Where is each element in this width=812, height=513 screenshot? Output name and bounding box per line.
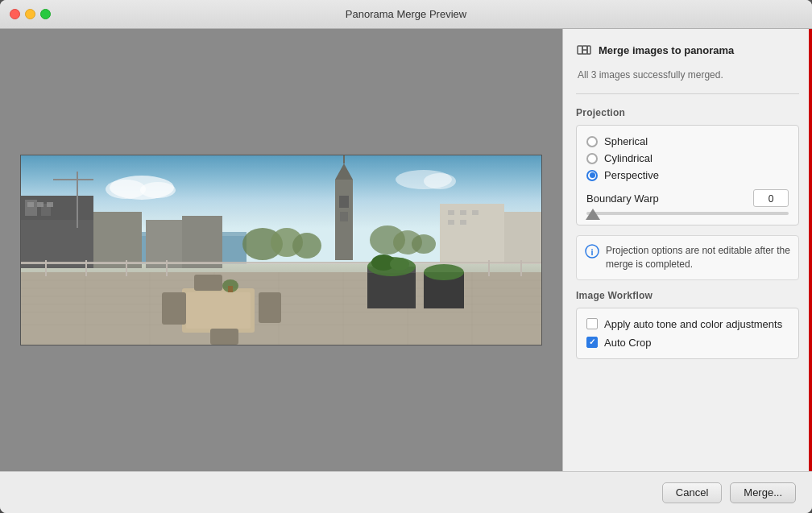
cancel-button[interactable]: Cancel xyxy=(662,482,722,503)
radio-perspective[interactable]: Perspective xyxy=(586,169,789,181)
workflow-label: Image Workflow xyxy=(576,290,799,301)
divider-1 xyxy=(576,93,799,94)
svg-point-64 xyxy=(424,264,464,280)
svg-rect-51 xyxy=(186,292,251,329)
slider-thumb xyxy=(586,209,600,220)
auto-tone-checkbox[interactable] xyxy=(586,318,598,329)
radio-perspective-label: Perspective xyxy=(604,169,659,181)
svg-rect-32 xyxy=(448,220,454,225)
svg-rect-9 xyxy=(37,202,44,207)
merge-button[interactable]: Merge... xyxy=(730,482,796,503)
radio-spherical[interactable]: Spherical xyxy=(586,135,789,147)
svg-rect-20 xyxy=(182,216,222,268)
svg-rect-33 xyxy=(460,220,466,225)
main-window: Panorama Merge Preview xyxy=(0,0,812,513)
radio-spherical-label: Spherical xyxy=(604,135,648,147)
maximize-button[interactable] xyxy=(40,9,51,19)
checkbox-auto-tone[interactable]: Apply auto tone and color adjustments xyxy=(586,318,789,330)
footer: Cancel Merge... xyxy=(0,471,812,513)
boundary-warp-label: Boundary Warp xyxy=(586,192,659,205)
svg-point-26 xyxy=(412,234,436,254)
svg-rect-78 xyxy=(587,46,590,54)
svg-rect-54 xyxy=(194,275,222,291)
svg-rect-31 xyxy=(472,210,478,215)
auto-tone-label: Apply auto tone and color adjustments xyxy=(604,318,782,330)
svg-rect-28 xyxy=(504,212,542,264)
svg-point-75 xyxy=(424,173,456,189)
svg-rect-52 xyxy=(162,292,186,325)
boundary-warp-slider[interactable] xyxy=(586,212,789,215)
radio-perspective-input[interactable] xyxy=(586,170,598,181)
right-panel: Merge images to panorama All 3 images su… xyxy=(562,29,812,471)
radio-cylindrical-input[interactable] xyxy=(586,153,598,164)
info-icon: i xyxy=(585,244,599,259)
radio-spherical-input[interactable] xyxy=(586,136,598,147)
workflow-section-container: Image Workflow Apply auto tone and color… xyxy=(576,290,799,359)
svg-rect-69 xyxy=(488,260,490,276)
svg-rect-53 xyxy=(259,292,281,323)
merge-title: Merge images to panorama xyxy=(599,44,734,56)
svg-rect-67 xyxy=(126,260,127,276)
svg-rect-8 xyxy=(27,202,34,207)
preview-area xyxy=(0,29,562,471)
boundary-warp-value[interactable]: 0 xyxy=(753,189,789,207)
boundary-warp-section: Boundary Warp 0 xyxy=(586,189,789,215)
svg-rect-15 xyxy=(339,196,349,208)
svg-point-62 xyxy=(390,258,409,271)
slider-track xyxy=(586,212,789,215)
window-title: Panorama Merge Preview xyxy=(346,8,466,20)
projection-options: Spherical Cylindrical Perspective xyxy=(576,125,799,225)
svg-rect-70 xyxy=(520,260,522,276)
title-bar: Panorama Merge Preview xyxy=(0,0,812,29)
panorama-svg xyxy=(21,155,542,345)
checkbox-auto-crop[interactable]: Auto Crop xyxy=(586,337,789,349)
radio-cylindrical[interactable]: Cylindrical xyxy=(586,152,789,164)
svg-rect-29 xyxy=(448,210,454,215)
auto-crop-checkbox[interactable] xyxy=(586,337,598,348)
svg-rect-10 xyxy=(47,202,53,207)
svg-rect-16 xyxy=(340,212,348,221)
success-message: All 3 images successfully merged. xyxy=(578,69,799,81)
info-message: Projection options are not editable afte… xyxy=(606,244,790,271)
svg-rect-66 xyxy=(85,260,87,276)
red-accent-bar xyxy=(809,29,812,471)
merge-icon xyxy=(576,42,592,58)
svg-point-23 xyxy=(292,233,321,259)
projection-section: Projection Spherical Cylindrical xyxy=(576,107,799,225)
svg-rect-18 xyxy=(93,212,142,268)
projection-label: Projection xyxy=(576,107,799,118)
svg-text:i: i xyxy=(590,247,593,257)
close-button[interactable] xyxy=(10,9,20,19)
svg-marker-79 xyxy=(586,209,600,220)
info-notice: i Projection options are not editable af… xyxy=(576,235,799,280)
boundary-warp-header: Boundary Warp 0 xyxy=(586,189,789,207)
workflow-options: Apply auto tone and color adjustments Au… xyxy=(576,308,799,359)
panorama-preview xyxy=(20,155,542,345)
svg-rect-30 xyxy=(460,210,466,215)
svg-rect-7 xyxy=(21,220,93,268)
main-content: Merge images to panorama All 3 images su… xyxy=(0,29,812,471)
svg-point-72 xyxy=(106,180,146,199)
svg-rect-65 xyxy=(45,260,47,276)
auto-crop-label: Auto Crop xyxy=(604,337,652,349)
minimize-button[interactable] xyxy=(25,9,35,19)
radio-group: Spherical Cylindrical Perspective xyxy=(586,135,789,181)
svg-point-73 xyxy=(140,182,176,198)
svg-rect-55 xyxy=(210,329,238,345)
svg-rect-57 xyxy=(228,286,233,292)
svg-rect-19 xyxy=(146,220,182,268)
svg-rect-68 xyxy=(166,260,168,276)
panel-header: Merge images to panorama xyxy=(576,42,799,58)
traffic-lights xyxy=(10,9,51,19)
radio-cylindrical-label: Cylindrical xyxy=(604,152,652,164)
